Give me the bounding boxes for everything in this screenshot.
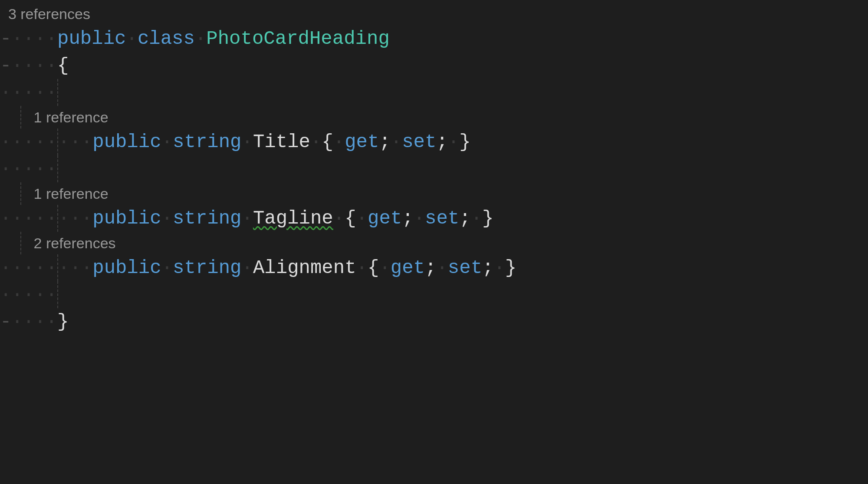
codelens-class[interactable]: 3 references: [0, 3, 868, 25]
codelens-text: 3 references: [8, 6, 90, 22]
indent-guide: [57, 155, 58, 182]
code-line[interactable]: -····public·class·PhotoCardHeading: [0, 25, 868, 52]
keyword-public: public: [92, 257, 161, 279]
keyword-public: public: [92, 207, 161, 229]
indent-guide: [57, 281, 58, 308]
code-line[interactable]: ········public·string·Title·{·get;·set;·…: [0, 128, 868, 155]
keyword-string: string: [173, 257, 241, 279]
code-editor[interactable]: 3 references -····public·class·PhotoCard…: [0, 3, 868, 335]
property-name: Title: [253, 131, 310, 153]
codelens-text: 1 reference: [34, 109, 108, 125]
indent-guide: [57, 254, 58, 281]
indent-guide: [57, 205, 58, 232]
keyword-public: public: [57, 28, 126, 49]
code-line[interactable]: ········public·string·Tagline·{·get;·set…: [0, 205, 868, 232]
code-line[interactable]: -····}: [0, 308, 868, 335]
code-line[interactable]: ········public·string·Alignment·{·get;·s…: [0, 254, 868, 281]
codelens-text: 1 reference: [34, 185, 108, 202]
codelens-text: 2 references: [34, 235, 116, 251]
code-line[interactable]: ·····: [0, 155, 868, 182]
brace-close: }: [57, 311, 69, 333]
codelens-property[interactable]: 2 references: [0, 232, 868, 254]
keyword-string: string: [173, 131, 241, 153]
class-name: PhotoCardHeading: [206, 28, 389, 49]
codelens-property[interactable]: 1 reference: [0, 106, 868, 128]
property-name: Tagline: [253, 207, 333, 229]
code-line[interactable]: ·····: [0, 79, 868, 106]
code-line[interactable]: -····{: [0, 52, 868, 79]
codelens-property[interactable]: 1 reference: [0, 182, 868, 205]
indent-guide: [57, 79, 58, 106]
indent-guide: [57, 128, 58, 155]
keyword-public: public: [92, 131, 161, 153]
brace-open: {: [57, 55, 69, 76]
property-name: Alignment: [253, 257, 356, 279]
keyword-string: string: [173, 207, 241, 229]
code-line[interactable]: ·····: [0, 281, 868, 308]
keyword-class: class: [138, 28, 195, 49]
